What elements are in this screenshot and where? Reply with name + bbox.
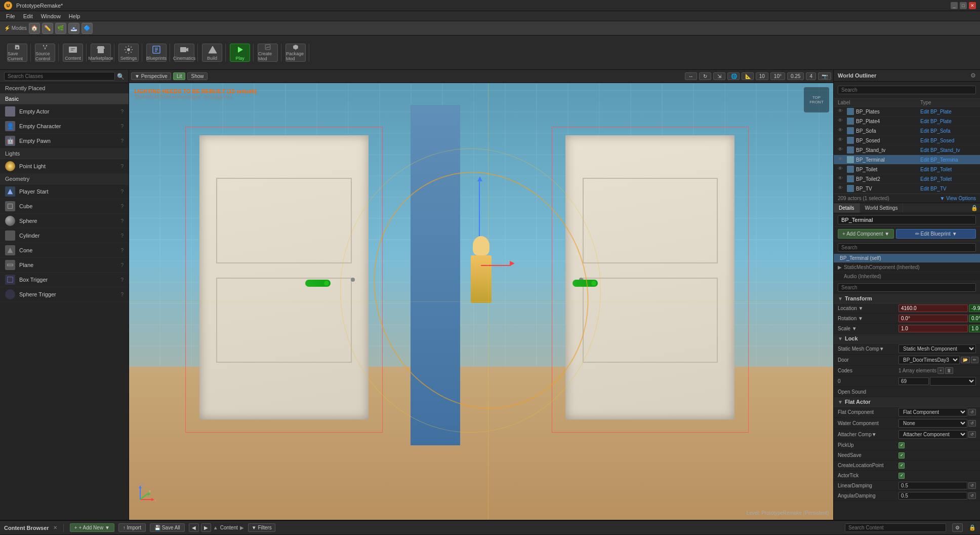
- attacher-component-dropdown[interactable]: Attacher Component: [899, 430, 967, 439]
- transform-search-input[interactable]: [838, 283, 976, 292]
- landscape-mode-icon[interactable]: 🗻: [68, 23, 79, 34]
- search-classes-input[interactable]: [4, 72, 115, 81]
- actor-tick-checkbox[interactable]: [899, 473, 905, 479]
- details-search-input[interactable]: [838, 243, 976, 252]
- close-button[interactable]: ✕: [969, 2, 976, 9]
- place-item-cone[interactable]: Cone ?: [0, 243, 129, 258]
- angular-damping-reset[interactable]: ↺: [968, 492, 976, 499]
- location-y-input[interactable]: [969, 304, 980, 312]
- place-item-plane[interactable]: Plane ?: [0, 258, 129, 273]
- codes-input[interactable]: [899, 377, 929, 385]
- component-section[interactable]: ▶ StaticMeshComponent (Inherited): [834, 263, 980, 272]
- door-dropdown[interactable]: BP_DoorTimesDay3: [899, 356, 960, 364]
- viewport-icon-snap[interactable]: 📐: [742, 72, 754, 80]
- nav-forward-button[interactable]: ▶: [201, 523, 211, 532]
- flat-component-dropdown[interactable]: Flat Component: [899, 408, 967, 416]
- scale-x-input[interactable]: [899, 325, 968, 332]
- water-component-dropdown[interactable]: None: [899, 419, 967, 428]
- attacher-reset[interactable]: ↺: [968, 431, 976, 438]
- edit-blueprint-button[interactable]: ✏ Edit Blueprint ▼: [896, 229, 976, 239]
- camera-speed-button[interactable]: 4: [806, 72, 816, 80]
- empty-actor-info[interactable]: ?: [120, 109, 124, 114]
- package-mod-button[interactable]: Package Mod: [285, 44, 306, 62]
- snap-angle-button[interactable]: 10°: [770, 72, 785, 80]
- place-item-sphere-trigger[interactable]: Sphere Trigger ?: [0, 287, 129, 302]
- viewport-icon-scale[interactable]: ⇲: [713, 72, 725, 80]
- lock-section-header[interactable]: ▼ Lock: [834, 334, 980, 343]
- nav-back-button[interactable]: ◀: [189, 523, 199, 532]
- show-button[interactable]: Show: [187, 72, 207, 80]
- place-item-point-light[interactable]: Point Light ?: [0, 159, 129, 174]
- box-trigger-info[interactable]: ?: [120, 277, 124, 283]
- minimize-button[interactable]: _: [951, 2, 958, 9]
- outliner-item[interactable]: 👁 BP_Toilet Edit BP_Toilet: [834, 165, 980, 174]
- create-mod-button[interactable]: Create Mod: [258, 44, 278, 62]
- place-mode-icon[interactable]: 🏠: [29, 23, 40, 34]
- content-search-input[interactable]: [845, 523, 946, 532]
- tab-details[interactable]: Details: [834, 203, 860, 213]
- linear-damping-input[interactable]: [899, 482, 967, 489]
- content-button[interactable]: Content: [63, 44, 83, 62]
- visibility-icon[interactable]: 👁: [838, 185, 845, 192]
- grid-size-button[interactable]: 10: [756, 72, 768, 80]
- menu-edit[interactable]: Edit: [19, 13, 37, 19]
- marketplace-button[interactable]: Marketplace: [91, 44, 111, 62]
- component-self[interactable]: BP_Terminal (self): [834, 254, 980, 263]
- content-browser-close-icon[interactable]: ✕: [53, 525, 57, 530]
- import-button[interactable]: ↑ Import: [118, 523, 146, 532]
- lit-button[interactable]: Lit: [173, 72, 186, 80]
- outliner-item[interactable]: 👁 BP_Toilet2 Edit BP_Toilet: [834, 174, 980, 184]
- transform-section-header[interactable]: ▼ Transform: [834, 294, 980, 303]
- build-button[interactable]: Build: [202, 44, 222, 62]
- add-component-button[interactable]: + Add Component ▼: [838, 229, 894, 239]
- flat-component-reset[interactable]: ↺: [968, 409, 976, 415]
- category-lights[interactable]: Lights: [0, 148, 129, 159]
- object-name-input[interactable]: [838, 215, 976, 224]
- codes-remove-button[interactable]: 🗑: [945, 367, 953, 374]
- menu-file[interactable]: File: [2, 13, 19, 19]
- create-location-checkbox[interactable]: [899, 463, 905, 469]
- codes-add-button[interactable]: +: [937, 367, 944, 374]
- content-settings-button[interactable]: ⚙: [952, 523, 963, 532]
- category-geometry[interactable]: Geometry: [0, 174, 129, 184]
- play-button[interactable]: Play: [230, 44, 250, 62]
- mesh-mode-icon[interactable]: 🔷: [81, 23, 93, 34]
- blueprints-button[interactable]: Blueprints: [146, 44, 167, 62]
- cone-info[interactable]: ?: [120, 248, 124, 253]
- outliner-item[interactable]: 👁 BP_Stand_tv Edit BP_Stand_tv: [834, 145, 980, 155]
- save-all-button[interactable]: 💾 Save All: [150, 523, 185, 532]
- lock-icon[interactable]: 🔒: [969, 524, 976, 531]
- view-options-button[interactable]: ▼ View Options: [940, 196, 976, 201]
- details-lock-icon[interactable]: 🔒: [971, 205, 978, 211]
- perspective-button[interactable]: ▼ Perspective: [131, 72, 171, 80]
- angular-damping-input[interactable]: [899, 492, 967, 500]
- camera-icon[interactable]: 📷: [818, 72, 831, 80]
- place-item-player-start[interactable]: Player Start ?: [0, 184, 129, 199]
- menu-help[interactable]: Help: [65, 13, 85, 19]
- viewport-icon-rotate[interactable]: ↻: [699, 72, 711, 80]
- codes-type-dropdown[interactable]: [930, 377, 976, 386]
- sphere-info[interactable]: ?: [120, 218, 124, 224]
- viewport-icon-translate[interactable]: ↔: [685, 72, 697, 80]
- visibility-icon[interactable]: 👁: [838, 108, 845, 115]
- viewport[interactable]: LIGHTING NEEDS TO BE REBUILT (10 unbuilt…: [129, 83, 833, 520]
- location-x-input[interactable]: [899, 304, 968, 312]
- scale-y-input[interactable]: [969, 325, 980, 332]
- linear-damping-reset[interactable]: ↺: [968, 482, 976, 489]
- empty-pawn-info[interactable]: ?: [120, 138, 124, 144]
- flat-actor-section-header[interactable]: ▼ Flat Actor: [834, 397, 980, 407]
- filters-button[interactable]: ▼ Filters: [248, 523, 275, 532]
- visibility-icon[interactable]: 👁: [838, 137, 845, 144]
- visibility-icon[interactable]: 👁: [838, 118, 845, 125]
- visibility-icon[interactable]: 👁: [838, 156, 845, 163]
- plane-info[interactable]: ?: [120, 262, 124, 268]
- cylinder-info[interactable]: ?: [120, 233, 124, 239]
- rotation-x-input[interactable]: [899, 315, 968, 322]
- visibility-icon[interactable]: 👁: [838, 146, 845, 154]
- category-basic[interactable]: Basic: [0, 94, 129, 104]
- outliner-item[interactable]: 👁 BP_Sofa Edit BP_Sofa: [834, 126, 980, 136]
- place-item-box-trigger[interactable]: Box Trigger ?: [0, 273, 129, 287]
- place-item-sphere[interactable]: Sphere ?: [0, 214, 129, 228]
- foliage-mode-icon[interactable]: 🌿: [55, 23, 66, 34]
- nav-cube[interactable]: TOPFRONT: [804, 87, 829, 112]
